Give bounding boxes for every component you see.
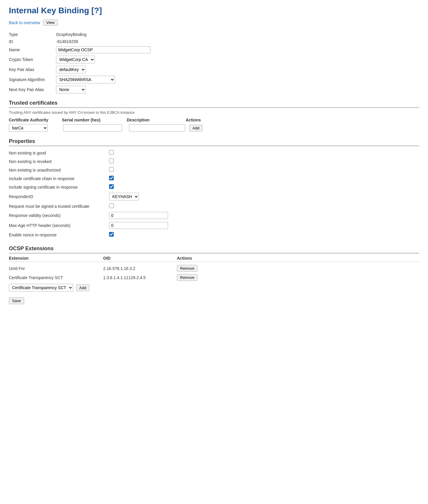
prop-non-existing-good: Non existing is good — [9, 149, 170, 157]
name-field-cell — [56, 45, 153, 55]
type-label: Type — [9, 31, 56, 38]
responder-id-select[interactable]: KEYHASH NAME — [109, 193, 139, 200]
trusted-certificates-title: Trusted certificates — [9, 100, 419, 108]
view-button[interactable]: View — [43, 19, 58, 26]
trusted-serial-input[interactable] — [63, 124, 122, 131]
ocsp-col-actions: Actions — [177, 256, 212, 261]
prop-max-age-label: Max-Age HTTP header (seconds) — [9, 220, 109, 230]
non-existing-unauthorized-checkbox[interactable] — [109, 167, 114, 172]
page-title: Internal Key Binding [?] — [9, 6, 419, 15]
trusted-col-actions: Actions — [186, 118, 215, 122]
ocsp-extension-name-0: UnId Fnr — [9, 266, 103, 271]
trusted-certificates-desc: Trusting ANY certificates issued by ANY … — [9, 110, 419, 115]
ocsp-extensions-header: Extension OID Actions — [9, 256, 419, 262]
prop-include-signing-label: Include signing certificate in response — [9, 183, 109, 191]
prop-non-existing-unauthorized: Non existing is unauthorized — [9, 166, 170, 174]
key-pair-alias-cell: defaultKey — [56, 65, 153, 75]
request-signed-checkbox[interactable] — [109, 203, 114, 208]
ocsp-extension-actions-1: Remove — [177, 274, 212, 281]
non-existing-revoked-checkbox[interactable] — [109, 159, 114, 163]
trusted-description-input[interactable] — [129, 124, 185, 131]
properties-table: Non existing is good Non existing is rev… — [9, 149, 170, 239]
basic-fields-table: Type OcspKeyBinding ID -814619258 Name C… — [9, 31, 153, 95]
properties-title: Properties — [9, 138, 419, 146]
prop-response-validity-label: Response validity (seconds) — [9, 210, 109, 220]
ocsp-extensions-title: OCSP Extensions — [9, 246, 419, 253]
ocsp-remove-button-1[interactable]: Remove — [177, 274, 197, 281]
next-key-pair-alias-cell: None defaultKey — [56, 85, 153, 95]
next-key-pair-alias-select[interactable]: None defaultKey — [56, 86, 86, 93]
save-button[interactable]: Save — [9, 297, 24, 304]
ocsp-extension-row-1: Certificate Transparency SCT 1.3.6.1.4.1… — [9, 273, 419, 282]
ocsp-extension-oid-1: 1.3.6.1.4.1.11129.2.4.5 — [103, 275, 177, 280]
prop-request-signed-label: Request must be signed a trusted certifi… — [9, 202, 109, 210]
trusted-col-serial: Serial number (hex) — [62, 118, 127, 122]
back-to-overview-link[interactable]: Back to overview — [9, 20, 40, 25]
next-key-pair-alias-label: Next Key Pair Alias — [9, 85, 56, 95]
prop-non-existing-unauthorized-label: Non existing is unauthorized — [9, 166, 109, 174]
trusted-col-description: Description — [127, 118, 186, 122]
prop-include-chain-label: Include certificate chain in response — [9, 174, 109, 183]
prop-enable-nonce-label: Enable nonce in response — [9, 230, 109, 239]
prop-request-signed-cell — [109, 202, 170, 210]
trusted-description-cell — [129, 124, 188, 131]
include-chain-checkbox[interactable] — [109, 176, 114, 180]
signature-algorithm-label: Signature Algorithm — [9, 75, 56, 85]
prop-enable-nonce-cell — [109, 230, 170, 239]
name-input[interactable] — [56, 46, 150, 53]
max-age-input[interactable] — [109, 222, 168, 229]
trusted-ca-cell: barCa WidgetCorp CA — [9, 124, 62, 132]
ocsp-extension-add-select[interactable]: Certificate Transparency SCT UnId Fnr — [9, 284, 73, 291]
prop-responder-id: ResponderID KEYHASH NAME — [9, 191, 170, 202]
include-signing-checkbox[interactable] — [109, 184, 114, 189]
prop-request-signed: Request must be signed a trusted certifi… — [9, 202, 170, 210]
prop-include-signing: Include signing certificate in response — [9, 183, 170, 191]
trusted-add-button[interactable]: Add — [189, 125, 203, 131]
key-pair-alias-row: Key Pair Alias defaultKey — [9, 65, 153, 75]
ocsp-col-extension: Extension — [9, 256, 103, 261]
prop-include-signing-cell — [109, 183, 170, 191]
ocsp-col-oid: OID — [103, 256, 177, 261]
type-value: OcspKeyBinding — [56, 31, 153, 38]
ocsp-remove-button-0[interactable]: Remove — [177, 265, 197, 272]
signature-algorithm-select[interactable]: SHA256WithRSA SHA1WithRSA SHA384WithRSA … — [56, 76, 115, 83]
id-row: ID -814619258 — [9, 38, 153, 45]
crypto-token-row: Crypto Token WidgetCorp CA — [9, 55, 153, 65]
prop-include-chain-cell — [109, 174, 170, 183]
key-pair-alias-select[interactable]: defaultKey — [56, 66, 86, 73]
next-key-pair-alias-row: Next Key Pair Alias None defaultKey — [9, 85, 153, 95]
name-row: Name — [9, 45, 153, 55]
prop-non-existing-revoked-cell — [109, 157, 170, 166]
crypto-token-label: Crypto Token — [9, 55, 56, 65]
prop-response-validity: Response validity (seconds) — [9, 210, 170, 220]
non-existing-good-checkbox[interactable] — [109, 150, 114, 155]
prop-responder-id-label: ResponderID — [9, 191, 109, 202]
response-validity-input[interactable] — [109, 212, 168, 219]
save-section: Save — [9, 297, 419, 304]
type-row: Type OcspKeyBinding — [9, 31, 153, 38]
prop-non-existing-revoked-label: Non existing is revoked — [9, 157, 109, 166]
prop-non-existing-unauthorized-cell — [109, 166, 170, 174]
ocsp-extension-name-1: Certificate Transparency SCT — [9, 275, 103, 280]
ocsp-add-row: Certificate Transparency SCT UnId Fnr Ad… — [9, 284, 419, 291]
prop-include-chain: Include certificate chain in response — [9, 174, 170, 183]
prop-non-existing-good-cell — [109, 149, 170, 157]
ocsp-extension-oid-0: 2.16.578.1.16.3.2 — [103, 266, 177, 271]
prop-max-age: Max-Age HTTP header (seconds) — [9, 220, 170, 230]
key-pair-alias-label: Key Pair Alias — [9, 65, 56, 75]
back-row: Back to overview View — [9, 19, 419, 26]
prop-enable-nonce: Enable nonce in response — [9, 230, 170, 239]
prop-response-validity-cell — [109, 210, 170, 220]
ocsp-extension-actions-0: Remove — [177, 265, 212, 272]
ocsp-extension-row-0: UnId Fnr 2.16.578.1.16.3.2 Remove — [9, 264, 419, 273]
trusted-ca-select[interactable]: barCa WidgetCorp CA — [9, 124, 48, 132]
crypto-token-select[interactable]: WidgetCorp CA — [56, 56, 95, 63]
enable-nonce-checkbox[interactable] — [109, 232, 114, 237]
signature-algorithm-cell: SHA256WithRSA SHA1WithRSA SHA384WithRSA … — [56, 75, 153, 85]
trusted-certificates-add-row: barCa WidgetCorp CA Add — [9, 124, 419, 132]
prop-non-existing-good-label: Non existing is good — [9, 149, 109, 157]
signature-algorithm-row: Signature Algorithm SHA256WithRSA SHA1Wi… — [9, 75, 153, 85]
trusted-certificates-header: Certificate Authority Serial number (hex… — [9, 118, 419, 122]
ocsp-add-button[interactable]: Add — [76, 284, 89, 291]
trusted-serial-cell — [63, 124, 128, 131]
